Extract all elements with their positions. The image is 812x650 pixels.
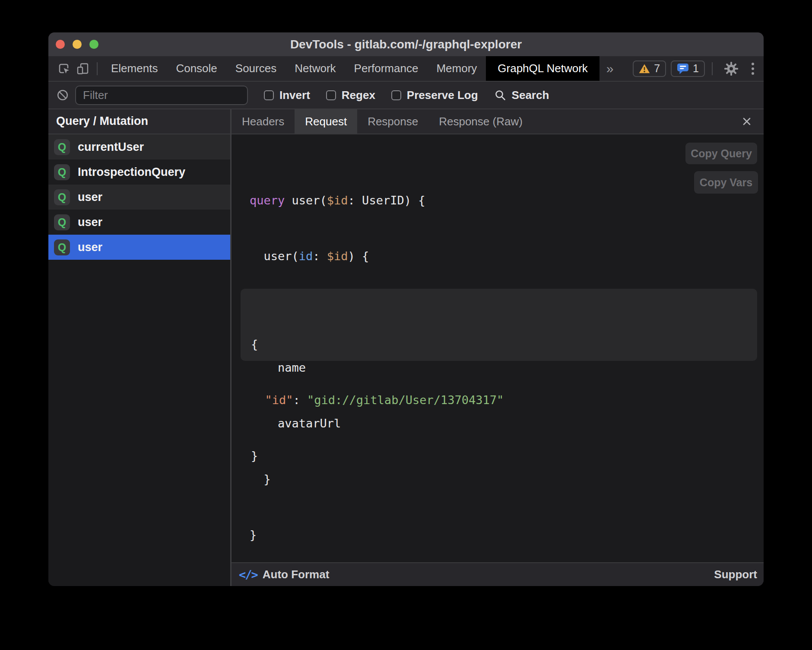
invert-checkbox-group: Invert bbox=[264, 89, 310, 102]
code-line: query user($id: UserID) { bbox=[250, 191, 425, 210]
filter-bar: Invert Regex Preserve Log Search bbox=[48, 81, 764, 109]
query-name: IntrospectionQuery bbox=[78, 166, 185, 179]
main-split: Query / Mutation Q currentUser Q Introsp… bbox=[48, 109, 764, 586]
query-name: user bbox=[78, 216, 102, 229]
invert-label: Invert bbox=[279, 89, 310, 102]
message-bubble-icon bbox=[677, 63, 689, 74]
regex-checkbox-group: Regex bbox=[326, 89, 375, 102]
tab-performance[interactable]: Performance bbox=[345, 56, 428, 81]
warnings-badge[interactable]: 7 bbox=[633, 61, 666, 77]
variables-line: "id": "gid://gitlab/User/13704317" bbox=[251, 391, 757, 409]
issues-badge[interactable]: 1 bbox=[671, 61, 705, 77]
code-line: } bbox=[250, 526, 425, 544]
minimize-window-button[interactable] bbox=[73, 40, 82, 49]
tab-response-raw[interactable]: Response (Raw) bbox=[428, 109, 533, 134]
preserve-log-checkbox[interactable] bbox=[391, 90, 401, 100]
tab-network[interactable]: Network bbox=[285, 56, 345, 81]
more-tabs-button[interactable]: » bbox=[599, 56, 621, 81]
query-list-item[interactable]: Q user bbox=[48, 185, 230, 210]
close-detail-button[interactable] bbox=[739, 113, 755, 130]
inspect-element-button[interactable] bbox=[54, 56, 73, 81]
query-name: user bbox=[78, 191, 102, 204]
tab-response[interactable]: Response bbox=[357, 109, 428, 134]
toolbar-separator bbox=[97, 62, 98, 75]
title-bar: DevTools - gitlab.com/-/graphql-explorer bbox=[48, 32, 764, 56]
message-count: 1 bbox=[693, 62, 699, 75]
preserve-log-checkbox-group: Preserve Log bbox=[391, 89, 478, 102]
close-window-button[interactable] bbox=[56, 40, 65, 49]
query-type-badge: Q bbox=[54, 189, 70, 205]
regex-checkbox[interactable] bbox=[326, 90, 336, 100]
sidebar-header: Query / Mutation bbox=[48, 109, 230, 134]
search-label: Search bbox=[512, 89, 549, 102]
request-content: query user($id: UserID) { user(id: $id) … bbox=[232, 134, 764, 562]
sidebar-empty-area bbox=[48, 260, 230, 586]
variables-line: } bbox=[251, 446, 757, 465]
code-line: user(id: $id) { bbox=[250, 247, 425, 265]
tab-console[interactable]: Console bbox=[167, 56, 226, 81]
preserve-log-label: Preserve Log bbox=[407, 89, 478, 102]
query-type-badge: Q bbox=[54, 214, 70, 230]
tab-request[interactable]: Request bbox=[295, 109, 357, 134]
detail-panel: Headers Request Response Response (Raw) … bbox=[232, 109, 764, 586]
toolbar-separator-2 bbox=[712, 62, 713, 75]
query-variables-box: { "id": "gid://gitlab/User/13704317" } bbox=[241, 289, 757, 361]
query-name: user bbox=[78, 241, 102, 254]
invert-checkbox[interactable] bbox=[264, 90, 274, 100]
support-link[interactable]: Support bbox=[714, 568, 757, 581]
query-type-badge: Q bbox=[54, 239, 70, 255]
variables-line: { bbox=[251, 335, 757, 354]
copy-vars-button[interactable]: Copy Vars bbox=[694, 171, 758, 194]
query-name: currentUser bbox=[78, 140, 144, 154]
warning-icon bbox=[639, 64, 650, 74]
block-icon[interactable] bbox=[56, 89, 69, 102]
menu-button[interactable] bbox=[745, 56, 764, 81]
query-list-item[interactable]: Q IntrospectionQuery bbox=[48, 159, 230, 185]
tab-sources[interactable]: Sources bbox=[226, 56, 285, 81]
window-title: DevTools - gitlab.com/-/graphql-explorer bbox=[48, 32, 764, 56]
close-icon bbox=[741, 116, 752, 127]
query-type-badge: Q bbox=[54, 164, 70, 180]
devtools-window: DevTools - gitlab.com/-/graphql-explorer… bbox=[48, 32, 764, 586]
traffic-lights bbox=[56, 40, 98, 49]
query-list-item[interactable]: Q currentUser bbox=[48, 134, 230, 159]
search-group[interactable]: Search bbox=[494, 89, 549, 102]
regex-label: Regex bbox=[342, 89, 375, 102]
copy-query-button[interactable]: Copy Query bbox=[685, 143, 757, 164]
devtools-toolbar: Elements Console Sources Network Perform… bbox=[48, 56, 764, 81]
query-list-item[interactable]: Q user bbox=[48, 210, 230, 235]
search-icon bbox=[494, 89, 506, 101]
tab-graphql-network[interactable]: GraphQL Network bbox=[486, 56, 599, 81]
query-type-badge: Q bbox=[54, 139, 70, 155]
gear-icon bbox=[724, 61, 739, 76]
filter-input[interactable] bbox=[75, 86, 248, 105]
query-list-sidebar: Query / Mutation Q currentUser Q Introsp… bbox=[48, 109, 232, 586]
device-toolbar-button[interactable] bbox=[73, 56, 92, 81]
inspect-cursor-icon bbox=[57, 62, 71, 76]
three-dots-icon bbox=[751, 61, 755, 76]
warning-count: 7 bbox=[654, 62, 660, 75]
tab-headers[interactable]: Headers bbox=[232, 109, 295, 134]
tab-elements[interactable]: Elements bbox=[102, 56, 167, 81]
device-toolbar-icon bbox=[76, 62, 90, 76]
tab-memory[interactable]: Memory bbox=[427, 56, 486, 81]
query-list-item-selected[interactable]: Q user bbox=[48, 235, 230, 260]
detail-tabs: Headers Request Response Response (Raw) bbox=[232, 109, 764, 134]
zoom-window-button[interactable] bbox=[89, 40, 98, 49]
settings-button[interactable] bbox=[718, 56, 745, 81]
